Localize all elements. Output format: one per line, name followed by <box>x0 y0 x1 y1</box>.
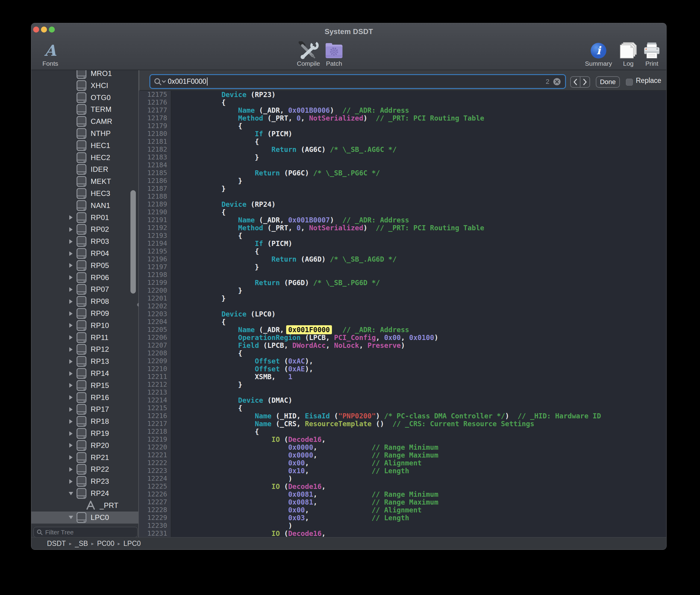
disclosure-right-icon[interactable] <box>68 227 73 232</box>
sidebar-item-hec3[interactable]: HEC3 <box>31 188 139 200</box>
breadcrumb-item-lpc0[interactable]: LPC0 <box>123 540 141 548</box>
sidebar-item-rp22[interactable]: RP22 <box>31 463 139 475</box>
disclosure-right-icon[interactable] <box>68 239 73 244</box>
log-button[interactable]: Log <box>617 39 640 69</box>
device-icon <box>77 356 86 367</box>
sidebar-item-otg0[interactable]: OTG0 <box>31 92 139 104</box>
sidebar-item-rp17[interactable]: RP17 <box>31 403 139 415</box>
app-window: System DSDT A Fonts <box>31 23 667 550</box>
device-icon <box>77 296 86 307</box>
disclosure-right-icon[interactable] <box>68 287 73 292</box>
code-line: 12217 Name (_CRS, ResourceTemplate () //… <box>139 420 666 428</box>
sidebar-item-rp16[interactable]: RP16 <box>31 392 139 404</box>
sidebar-item-rp18[interactable]: RP18 <box>31 415 139 427</box>
sidebar-item-rp21[interactable]: RP21 <box>31 452 139 463</box>
sidebar-item-rp06[interactable]: RP06 <box>31 272 139 284</box>
sidebar-item-term[interactable]: TERM <box>31 104 139 115</box>
sidebar-item-rp24[interactable]: RP24 <box>31 487 139 500</box>
status-bar: DSDT▸_SB▸PC00▸LPC0 <box>31 537 666 549</box>
device-icon <box>77 104 86 115</box>
sidebar-item-rp08[interactable]: RP08 <box>31 295 139 307</box>
sidebar-item-hec2[interactable]: HEC2 <box>31 151 139 164</box>
sidebar-item-label: RP13 <box>91 357 109 366</box>
sidebar-item-rp05[interactable]: RP05 <box>31 259 139 272</box>
disclosure-right-icon[interactable] <box>68 406 73 412</box>
device-icon <box>77 248 86 259</box>
sidebar-scrollbar[interactable] <box>130 190 136 293</box>
disclosure-right-icon[interactable] <box>68 466 73 472</box>
sidebar-item-label: RP10 <box>91 321 109 330</box>
sidebar-item-rp20[interactable]: RP20 <box>31 440 139 452</box>
disclosure-right-icon[interactable] <box>68 251 73 256</box>
sidebar-item-camr[interactable]: CAMR <box>31 115 139 128</box>
disclosure-right-icon[interactable] <box>68 431 73 436</box>
sidebar-item-rp02[interactable]: RP02 <box>31 223 139 235</box>
summary-button[interactable]: i Summary <box>580 39 617 69</box>
search-field-ring: 0x001F0000 2 <box>149 74 566 89</box>
breadcrumb-item-_sb[interactable]: _SB <box>75 540 88 548</box>
titlebar[interactable]: System DSDT <box>31 23 666 39</box>
disclosure-right-icon[interactable] <box>68 263 73 268</box>
find-previous-button[interactable] <box>571 77 580 87</box>
code-editor[interactable]: 12175 Device (RP23)12176 {12177 Name (_A… <box>139 91 666 537</box>
sidebar-item-hec1[interactable]: HEC1 <box>31 140 139 151</box>
clear-search-icon[interactable] <box>553 78 561 86</box>
disclosure-right-icon[interactable] <box>68 395 73 400</box>
search-input[interactable]: 0x001F0000 2 <box>150 75 565 88</box>
sidebar-item-nan1[interactable]: NAN1 <box>31 200 139 211</box>
disclosure-right-icon[interactable] <box>68 323 73 328</box>
fonts-button[interactable]: A Fonts <box>34 39 67 69</box>
sidebar-item-lpc0[interactable]: LPC0 <box>31 511 139 523</box>
sidebar-item-rp04[interactable]: RP04 <box>31 248 139 259</box>
filter-tree-input[interactable]: Filter Tree <box>33 527 138 537</box>
sidebar-item-rp11[interactable]: RP11 <box>31 332 139 344</box>
breadcrumb-item-pc00[interactable]: PC00 <box>97 540 115 548</box>
disclosure-right-icon[interactable] <box>68 443 73 448</box>
patch-label: Patch <box>326 60 342 67</box>
disclosure-right-icon[interactable] <box>68 215 73 220</box>
search-menu-icon[interactable] <box>154 78 166 86</box>
disclosure-right-icon[interactable] <box>68 479 73 484</box>
disclosure-right-icon[interactable] <box>68 275 73 280</box>
disclosure-down-icon[interactable] <box>68 491 73 496</box>
sidebar-item-rp12[interactable]: RP12 <box>31 343 139 356</box>
find-next-button[interactable] <box>580 77 589 87</box>
code-line: 12231 IO (Decode16, <box>139 530 666 537</box>
disclosure-right-icon[interactable] <box>68 455 73 460</box>
sidebar-item-rp13[interactable]: RP13 <box>31 356 139 367</box>
sidebar-item-rp09[interactable]: RP09 <box>31 307 139 319</box>
sidebar-item-rp23[interactable]: RP23 <box>31 475 139 487</box>
sidebar-item-rp03[interactable]: RP03 <box>31 235 139 248</box>
done-button[interactable]: Done <box>596 76 620 88</box>
sidebar-item-rp15[interactable]: RP15 <box>31 379 139 392</box>
sidebar-item-nthp[interactable]: NTHP <box>31 128 139 140</box>
disclosure-right-icon[interactable] <box>68 347 73 352</box>
sidebar-item-rp07[interactable]: RP07 <box>31 283 139 295</box>
sidebar-item-rp14[interactable]: RP14 <box>31 367 139 379</box>
device-tree[interactable]: MRO1XHCIOTG0TERMCAMRNTHPHEC1HEC2IDERMEKT… <box>31 70 139 526</box>
line-number: 12175 <box>139 91 172 98</box>
print-button[interactable]: Print <box>640 39 664 69</box>
code-line: 12183 } <box>139 153 666 161</box>
sidebar-item-_prt[interactable]: _PRT <box>31 500 139 511</box>
sidebar-item-mekt[interactable]: MEKT <box>31 175 139 188</box>
patch-button[interactable]: Patch <box>319 39 349 69</box>
breadcrumb-item-dsdt[interactable]: DSDT <box>47 540 66 548</box>
replace-checkbox[interactable] <box>626 79 633 86</box>
sidebar-item-rp01[interactable]: RP01 <box>31 211 139 224</box>
disclosure-right-icon[interactable] <box>68 311 73 316</box>
disclosure-right-icon[interactable] <box>68 371 73 376</box>
disclosure-right-icon[interactable] <box>68 335 73 340</box>
sidebar-item-mro1[interactable]: MRO1 <box>31 70 139 80</box>
disclosure-right-icon[interactable] <box>68 383 73 388</box>
disclosure-right-icon[interactable] <box>68 419 73 424</box>
sidebar-item-rp10[interactable]: RP10 <box>31 319 139 332</box>
disclosure-right-icon[interactable] <box>68 359 73 364</box>
device-icon <box>77 212 86 223</box>
sidebar-item-rp19[interactable]: RP19 <box>31 427 139 440</box>
sidebar-item-ider[interactable]: IDER <box>31 163 139 175</box>
sidebar-item-xhci[interactable]: XHCI <box>31 80 139 92</box>
disclosure-right-icon[interactable] <box>68 299 73 304</box>
disclosure-down-icon[interactable] <box>68 515 73 520</box>
sidebar-item-label: RP04 <box>91 249 109 258</box>
